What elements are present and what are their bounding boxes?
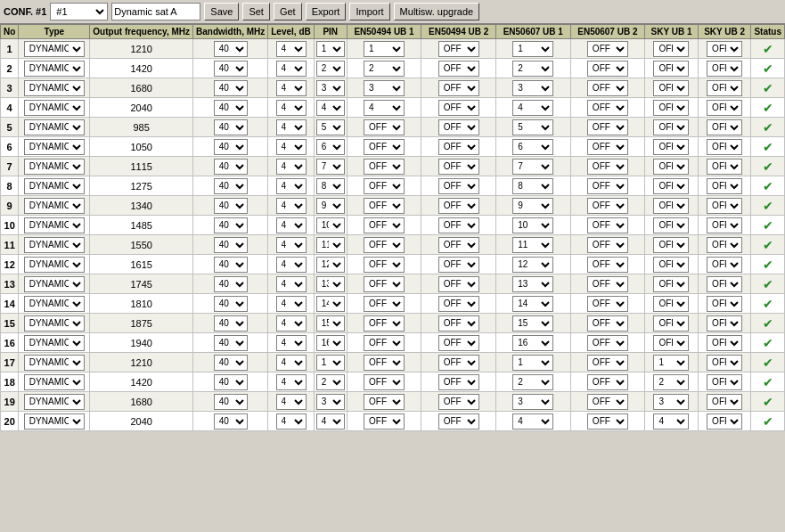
set-button[interactable]: Set (242, 3, 270, 20)
cell-select[interactable]: OFF12345678910111213141516 (512, 355, 553, 371)
cell-select[interactable]: OFF12345678 (438, 276, 479, 292)
cell-select[interactable]: 1234567 (276, 374, 307, 390)
cell-select[interactable]: OFF12345678 (364, 237, 405, 253)
cell-select[interactable]: 12345678910111213141516OFF (316, 237, 345, 253)
cell-select[interactable]: OFF12345678 (653, 257, 689, 273)
cell-select[interactable]: 12345678910111213141516OFF (316, 80, 345, 96)
cell-select[interactable]: 12345678910111213141516OFF (316, 257, 345, 273)
multisw-button[interactable]: Multisw. upgrade (394, 3, 480, 20)
cell-select[interactable]: OFF12345678 (653, 296, 689, 312)
cell-select[interactable]: OFF12345678 (438, 237, 479, 253)
cell-select[interactable]: OFF12345678 (364, 276, 405, 292)
cell-select[interactable]: 402010 (214, 296, 248, 312)
freq-input[interactable] (122, 318, 161, 329)
cell-select[interactable]: OFF12345678910111213141516 (587, 276, 628, 292)
freq-input[interactable] (122, 357, 161, 368)
cell-select[interactable]: 402010 (214, 61, 248, 77)
cell-select[interactable]: 12345678910111213141516OFF (316, 335, 345, 351)
cell-select[interactable]: 402010 (214, 198, 248, 214)
cell-select[interactable]: 1234567 (276, 178, 307, 194)
cell-select[interactable]: DYNAMICSTATICOFF (24, 178, 85, 194)
cell-select[interactable]: OFF12345678 (364, 217, 405, 233)
cell-select[interactable]: OFF12345678910111213141516 (587, 139, 628, 155)
cell-select[interactable]: 1234567 (276, 61, 307, 77)
cell-select[interactable]: OFF12345678 (707, 315, 742, 331)
cell-select[interactable]: DYNAMICSTATICOFF (24, 61, 85, 77)
cell-select[interactable]: 1234567 (276, 159, 307, 175)
cell-select[interactable]: OFF12345678 (707, 276, 742, 292)
cell-select[interactable]: OFF12345678910111213141516 (512, 335, 553, 351)
cell-select[interactable]: OFF12345678 (438, 80, 479, 96)
cell-select[interactable]: OFF12345678 (707, 178, 742, 194)
freq-input[interactable] (122, 279, 161, 290)
cell-select[interactable]: 402010 (214, 335, 248, 351)
freq-input[interactable] (122, 240, 161, 250)
freq-input[interactable] (122, 377, 161, 388)
cell-select[interactable]: 12345678910111213141516OFF (316, 198, 345, 214)
cell-select[interactable]: 402010 (214, 159, 248, 175)
cell-select[interactable]: OFF12345678 (438, 257, 479, 273)
cell-select[interactable]: OFF12345678 (364, 394, 405, 410)
cell-select[interactable]: OFF12345678 (438, 217, 479, 233)
cell-select[interactable]: DYNAMICSTATICOFF (24, 394, 85, 410)
cell-select[interactable]: DYNAMICSTATICOFF (24, 276, 85, 292)
cell-select[interactable]: OFF12345678910111213141516 (512, 413, 553, 430)
save-button[interactable]: Save (204, 3, 239, 20)
cell-select[interactable]: DYNAMICSTATICOFF (24, 198, 85, 214)
freq-input[interactable] (122, 181, 161, 192)
cell-select[interactable]: 12345678910111213141516OFF (316, 296, 345, 312)
freq-input[interactable] (122, 63, 161, 74)
cell-select[interactable]: DYNAMICSTATICOFF (24, 159, 85, 175)
export-button[interactable]: Export (306, 3, 347, 20)
cell-select[interactable]: 12345678910111213141516OFF (316, 139, 345, 155)
cell-select[interactable]: OFF12345678 (438, 315, 479, 331)
cell-select[interactable]: OFF12345678 (364, 257, 405, 273)
cell-select[interactable]: OFF12345678 (653, 61, 689, 77)
cell-select[interactable]: DYNAMICSTATICOFF (24, 100, 85, 116)
cell-select[interactable]: OFF12345678 (364, 178, 405, 194)
cell-select[interactable]: 12345678910111213141516OFF (316, 159, 345, 175)
cell-select[interactable]: OFF12345678 (653, 119, 689, 135)
cell-select[interactable]: OFF12345678 (653, 276, 689, 292)
cell-select[interactable]: OFF12345678 (653, 41, 689, 57)
cell-select[interactable]: 12345678910111213141516OFF (316, 413, 345, 430)
cell-select[interactable]: OFF12345678910111213141516 (512, 61, 553, 77)
cell-select[interactable]: OFF12345678910111213141516 (512, 139, 553, 155)
cell-select[interactable]: 1234567 (276, 237, 307, 253)
cell-select[interactable]: OFF12345678910111213141516 (587, 394, 628, 410)
cell-select[interactable]: OFF12345678 (364, 355, 405, 371)
cell-select[interactable]: 12345678910111213141516OFF (316, 100, 345, 116)
cell-select[interactable]: OFF12345678 (438, 100, 479, 116)
cell-select[interactable]: 402010 (214, 257, 248, 273)
cell-select[interactable]: OFF12345678 (438, 159, 479, 175)
cell-select[interactable]: DYNAMICSTATICOFF (24, 374, 85, 390)
cell-select[interactable]: OFF12345678 (707, 374, 742, 390)
freq-input[interactable] (122, 44, 161, 54)
cell-select[interactable]: 12345678910111213141516OFF (316, 394, 345, 410)
cell-select[interactable]: 402010 (214, 119, 248, 135)
freq-input[interactable] (122, 161, 161, 172)
cell-select[interactable]: OFF12345678910111213141516 (512, 80, 553, 96)
cell-select[interactable]: 1234567 (276, 80, 307, 96)
freq-input[interactable] (122, 83, 161, 94)
cell-select[interactable]: 1234567 (276, 257, 307, 273)
sat-input[interactable] (111, 3, 200, 20)
cell-select[interactable]: OFF12345678 (653, 355, 689, 371)
cell-select[interactable]: 402010 (214, 276, 248, 292)
cell-select[interactable]: DYNAMICSTATICOFF (24, 119, 85, 135)
cell-select[interactable]: OFF12345678 (707, 237, 742, 253)
cell-select[interactable]: 402010 (214, 100, 248, 116)
cell-select[interactable]: OFF12345678 (364, 315, 405, 331)
cell-select[interactable]: DYNAMICSTATICOFF (24, 217, 85, 233)
cell-select[interactable]: OFF12345678 (707, 257, 742, 273)
cell-select[interactable]: OFF12345678 (653, 394, 689, 410)
cell-select[interactable]: OFF12345678 (707, 119, 742, 135)
cell-select[interactable]: OFF12345678 (653, 237, 689, 253)
cell-select[interactable]: 12345678910111213141516OFF (316, 61, 345, 77)
cell-select[interactable]: OFF12345678 (438, 335, 479, 351)
cell-select[interactable]: OFF12345678 (438, 61, 479, 77)
cell-select[interactable]: 402010 (214, 41, 248, 57)
freq-input[interactable] (122, 338, 161, 348)
cell-select[interactable]: OFF12345678 (438, 374, 479, 390)
cell-select[interactable]: OFF12345678 (653, 374, 689, 390)
